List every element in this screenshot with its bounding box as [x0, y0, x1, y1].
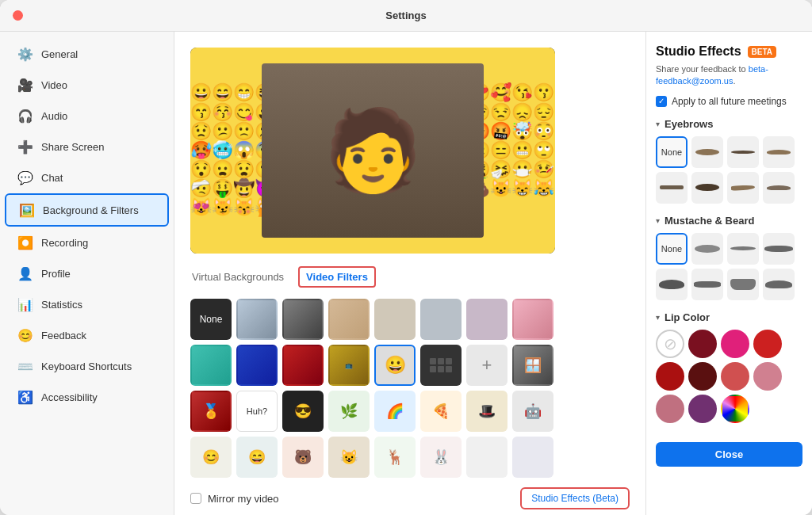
- eyebrow-style1[interactable]: [691, 136, 723, 168]
- filter-robot[interactable]: 🤖: [512, 391, 553, 432]
- lip-none[interactable]: ⊘: [656, 330, 684, 358]
- sidebar-label-share-screen: Share Screen: [41, 141, 105, 153]
- eyebrows-header[interactable]: ▾ Eyebrows: [656, 118, 802, 130]
- sidebar-item-keyboard-shortcuts[interactable]: ⌨️ Keyboard Shortcuts: [5, 351, 169, 381]
- filter-room1[interactable]: [236, 299, 278, 340]
- filter-retro[interactable]: 📺: [328, 345, 370, 386]
- lip-dark-brown[interactable]: [688, 362, 717, 391]
- filter-cool[interactable]: [420, 299, 462, 340]
- filter-award[interactable]: 🏅: [190, 391, 232, 432]
- filter-face1[interactable]: 😊: [190, 437, 232, 478]
- filter-warm[interactable]: [374, 299, 416, 340]
- sidebar-item-recording[interactable]: ⏺️ Recording: [5, 227, 169, 258]
- sidebar-item-profile[interactable]: 👤 Profile: [5, 258, 169, 288]
- sidebar-item-chat[interactable]: 💬 Chat: [5, 162, 169, 193]
- mustache-style6[interactable]: [727, 269, 759, 300]
- filter-blue[interactable]: [236, 345, 278, 386]
- filter-tabs: Virtual Backgrounds Video Filters: [190, 266, 630, 288]
- eyebrow-none[interactable]: None: [656, 136, 688, 168]
- eyebrow-style6[interactable]: [727, 172, 759, 204]
- eyebrow-style3[interactable]: [763, 136, 795, 168]
- mirror-row: Mirror my video Studio Effects (Beta): [190, 487, 630, 509]
- close-window-button[interactable]: [13, 10, 23, 21]
- filter-tan[interactable]: [328, 299, 370, 340]
- filter-pink[interactable]: [512, 299, 553, 340]
- lip-color-header[interactable]: ▾ Lip Color: [656, 311, 802, 323]
- sidebar-item-feedback[interactable]: 😊 Feedback: [5, 320, 169, 350]
- lip-coral[interactable]: [721, 362, 749, 391]
- mirror-checkbox[interactable]: [190, 493, 201, 504]
- mustache-style2[interactable]: [727, 233, 759, 265]
- sidebar-label-background-filters: Background & Filters: [43, 204, 139, 216]
- mustache-style7[interactable]: [763, 269, 795, 300]
- filter-face2[interactable]: 😄: [236, 437, 278, 478]
- lip-deep-red[interactable]: [656, 362, 684, 391]
- lip-blush[interactable]: [753, 362, 782, 391]
- tab-virtual-backgrounds[interactable]: Virtual Backgrounds: [190, 268, 285, 286]
- sidebar-label-general: General: [41, 48, 78, 60]
- lip-color-grid: ⊘: [656, 330, 802, 423]
- filter-bear[interactable]: 🐻: [282, 437, 324, 478]
- mustache-style3[interactable]: [763, 233, 795, 265]
- background-filters-icon: 🖼️: [19, 202, 35, 218]
- filter-cat[interactable]: 😺: [328, 437, 370, 478]
- filter-bunny[interactable]: 🐰: [420, 437, 462, 478]
- sidebar-item-share-screen[interactable]: ➕ Share Screen: [5, 132, 169, 162]
- mustache-style5[interactable]: [691, 269, 723, 300]
- sidebar-item-background-filters[interactable]: 🖼️ Background & Filters: [5, 193, 169, 227]
- sidebar-item-audio[interactable]: 🎧 Audio: [5, 101, 169, 131]
- sidebar-item-accessibility[interactable]: ♿ Accessibility: [5, 382, 169, 412]
- filter-leaf[interactable]: 🌿: [328, 391, 370, 432]
- lip-red[interactable]: [753, 330, 782, 358]
- lip-rainbow[interactable]: [721, 395, 749, 423]
- studio-effects-button[interactable]: Studio Effects (Beta): [520, 487, 630, 509]
- eyebrow-style4[interactable]: [656, 172, 688, 204]
- video-preview: 😀😄😁😆😅😂🤣😊😇🙂🙃😉😌😍🥰😘😗😙😚😋😛😝😜🤪🤨🧐🤓😎🤩🥳😏😒😞😔😟😕🙁☹️😣…: [190, 48, 555, 254]
- filter-hat[interactable]: 🎩: [466, 391, 508, 432]
- lip-mauve[interactable]: [656, 395, 684, 423]
- filter-sunglasses[interactable]: 😎: [282, 391, 324, 432]
- studio-effects-title-row: Studio Effects BETA: [656, 44, 802, 59]
- filter-huh[interactable]: Huh?: [236, 391, 278, 432]
- lip-purple[interactable]: [688, 395, 717, 423]
- mustache-none[interactable]: None: [656, 233, 688, 265]
- eyebrow-style5[interactable]: [691, 172, 723, 204]
- filter-oven[interactable]: 🪟: [512, 345, 553, 386]
- keyboard-shortcuts-icon: ⌨️: [17, 358, 33, 374]
- feedback-link[interactable]: beta-feedback@zoom.us: [656, 64, 768, 86]
- eyebrow-style2[interactable]: [727, 136, 759, 168]
- apply-future-checkbox[interactable]: ✓: [656, 96, 667, 107]
- tab-video-filters[interactable]: Video Filters: [298, 266, 376, 288]
- filter-extra1[interactable]: [466, 437, 508, 478]
- mustache-beard-header[interactable]: ▾ Mustache & Beard: [656, 215, 802, 227]
- filter-rainbow[interactable]: 🌈: [374, 391, 416, 432]
- filter-dots[interactable]: [420, 345, 462, 386]
- sidebar-label-recording: Recording: [41, 237, 88, 249]
- person-frame: 🧑: [262, 63, 484, 238]
- filter-reindeer[interactable]: 🦌: [374, 437, 416, 478]
- filter-add[interactable]: +: [466, 345, 508, 386]
- mustache-style4[interactable]: [656, 269, 688, 300]
- filters-row-4: 😊 😄 🐻 😺 🦌 🐰: [190, 437, 630, 478]
- filter-extra2[interactable]: [512, 437, 553, 478]
- person-in-video: 🧑: [190, 48, 555, 254]
- share-screen-icon: ➕: [17, 139, 33, 154]
- lip-dark-red[interactable]: [688, 330, 717, 358]
- filter-teal[interactable]: [190, 345, 232, 386]
- sidebar-item-statistics[interactable]: 📊 Statistics: [5, 289, 169, 319]
- close-button[interactable]: Close: [656, 442, 802, 467]
- sidebar-item-general[interactable]: ⚙️ General: [5, 39, 169, 69]
- filter-red[interactable]: [282, 345, 324, 386]
- filter-emoji[interactable]: 😀: [374, 345, 416, 386]
- eyebrows-grid: None: [656, 136, 802, 204]
- sidebar-item-video[interactable]: 🎥 Video: [5, 70, 169, 100]
- filter-purple[interactable]: [466, 299, 508, 340]
- filter-pizza[interactable]: 🍕: [420, 391, 462, 432]
- filter-bw1[interactable]: [282, 299, 324, 340]
- filter-none[interactable]: None: [190, 299, 232, 340]
- lip-pink-hot[interactable]: [721, 330, 749, 358]
- eyebrow-style7[interactable]: [763, 172, 795, 204]
- audio-icon: 🎧: [17, 108, 33, 124]
- mustache-style1[interactable]: [691, 233, 723, 265]
- mirror-label: Mirror my video: [208, 493, 279, 505]
